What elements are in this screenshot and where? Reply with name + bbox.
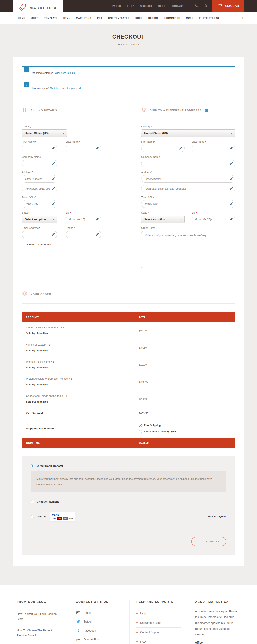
billing-phone-label: Phone — [66, 226, 74, 230]
help-link[interactable]: FAQ — [136, 637, 181, 644]
top-nav-contact[interactable]: CONTACT — [172, 5, 184, 7]
top-header: MARKETICA PAGES SHOP WISHLIST BLOG CONTA… — [0, 0, 257, 12]
notice-text: Returning customer? — [31, 72, 54, 74]
shipping-address2-input[interactable] — [141, 185, 235, 192]
social-email-link[interactable]: Email — [76, 609, 122, 617]
billing-country-select[interactable]: United States (US) — [22, 129, 67, 137]
shipping-town-input[interactable] — [141, 200, 235, 208]
blog-link[interactable]: How To Choose The Perfect Fashion Store? — [17, 625, 62, 641]
billing-address-label: Address — [22, 171, 32, 174]
billing-state-select[interactable]: Select an option... — [22, 216, 57, 223]
radio-icon[interactable] — [139, 430, 142, 433]
product-name: Proton Absolute Wordpress Themes × 1 — [26, 377, 139, 380]
cart-button[interactable]: $653.50 — [212, 0, 244, 12]
shipping-column: SHIP TO A DIFFERENT ADDRESS? Country* Un… — [141, 101, 235, 274]
footer-connect-column: CONNECT WITH US Email Twitter f Facebook… — [69, 600, 129, 644]
bullet-icon — [136, 632, 138, 633]
radio-icon[interactable] — [31, 515, 34, 518]
paypal-logo: PayPal — [52, 514, 59, 516]
billing-address2-input[interactable] — [22, 185, 57, 192]
billing-email-input[interactable] — [22, 231, 57, 238]
shipping-option-label: International Delivery: $5.90 — [144, 430, 177, 433]
layers-icon — [22, 291, 27, 297]
top-navigation: PAGES SHOP WISHLIST BLOG CONTACT — [112, 0, 184, 12]
breadcrumb-home[interactable]: Home — [118, 43, 124, 46]
radio-selected-icon[interactable] — [139, 424, 142, 427]
layers-icon — [141, 107, 146, 114]
social-googleplus-link[interactable]: g+ Google Plus — [76, 635, 122, 644]
social-twitter-link[interactable]: Twitter — [76, 617, 122, 626]
payment-method-cheque: Cheque Payment — [31, 500, 226, 504]
radio-selected-icon[interactable] — [31, 464, 34, 468]
brand-logo[interactable]: MARKETICA — [13, 0, 63, 16]
subnav-cms-templates[interactable]: CMS TEMPLATES — [108, 17, 129, 19]
billing-company-input[interactable] — [22, 160, 57, 167]
user-account-icon[interactable] — [204, 3, 209, 9]
subnav-html[interactable]: HTML — [64, 17, 70, 19]
social-facebook-link[interactable]: f Facebook — [76, 626, 122, 635]
radio-icon[interactable] — [31, 500, 34, 504]
order-notes-label: Order Notes — [141, 226, 156, 230]
shipping-company-input[interactable] — [141, 160, 235, 167]
order-notes-textarea[interactable] — [141, 231, 235, 269]
cart-subtotal-row: Cart Subtotal $653.50 — [22, 407, 235, 420]
shipping-option-label: Free Shipping — [144, 424, 160, 427]
bullet-icon — [136, 622, 138, 623]
login-link[interactable]: Click here to login — [55, 72, 75, 74]
billing-phone-input[interactable] — [66, 231, 101, 238]
facebook-icon: f — [76, 628, 80, 632]
discover-card-icon: DISCOVER — [68, 517, 73, 520]
footer: FROM OUR BLOG How To Start Your Own Fash… — [0, 585, 257, 644]
product-name: iPhone 5s with Headphones Jack × 1 — [26, 326, 139, 329]
payment-method-bank-transfer: Direct Bank Transfer — [31, 464, 226, 468]
subnav-ecommerce[interactable]: ECOMMERCE — [164, 17, 180, 19]
subnav-shop[interactable]: SHOP — [31, 17, 38, 19]
cart-total: $653.50 — [225, 4, 239, 8]
shipping-state-select[interactable]: Select an option... — [141, 216, 184, 223]
shipping-last-name-input[interactable] — [192, 145, 235, 152]
top-nav-wishlist[interactable]: WISHLIST — [140, 5, 152, 7]
help-link[interactable]: Contact Support — [136, 628, 181, 637]
top-nav-blog[interactable]: BLOG — [158, 5, 166, 7]
shipping-country-select[interactable]: United States (US) — [141, 129, 235, 137]
shipping-first-name-input[interactable] — [141, 145, 184, 152]
shipping-street-address-input[interactable] — [141, 175, 235, 182]
billing-town-input[interactable] — [22, 200, 57, 208]
ship-different-checkbox[interactable] — [204, 109, 208, 112]
product-vendor: Sold by: John Doe — [26, 332, 139, 335]
billing-zip-input[interactable] — [66, 216, 101, 223]
your-order-section: YOUR ORDER PRODUCT TOTAL iPhone 5s with … — [22, 285, 235, 448]
billing-street-address-input[interactable] — [22, 175, 57, 182]
subnav-design[interactable]: DESIGN — [148, 17, 158, 19]
what-is-paypal-link[interactable]: What is PayPal? — [208, 515, 226, 518]
subnav-home[interactable]: HOME — [18, 17, 26, 19]
create-account-checkbox[interactable] — [22, 243, 25, 246]
subnav-photo-stocks[interactable]: PHOTO STOCKS — [199, 17, 219, 19]
info-icon: i — [24, 82, 29, 87]
visa-card-icon: VISA — [52, 517, 57, 520]
help-link[interactable]: Knowladge Base — [136, 618, 181, 628]
blog-link[interactable]: How To Start Your Own Fashion Store? — [17, 609, 62, 625]
create-account-row: Create an account? — [22, 243, 124, 246]
subnav-template[interactable]: TEMPLATE — [44, 17, 58, 19]
billing-country-label: Country — [22, 125, 31, 128]
blog-link[interactable]: What is So Alluring About Celebrity Fash… — [17, 641, 62, 644]
place-order-button[interactable]: PLACE ORDER — [191, 537, 226, 546]
subnav-code[interactable]: CODE — [135, 17, 142, 19]
subnav-marketing[interactable]: MARKETING — [76, 17, 91, 19]
subnav-muse[interactable]: MUSE — [186, 17, 193, 19]
breadcrumb-separator: › — [126, 43, 127, 46]
coupon-link[interactable]: Click here to enter your code — [50, 87, 82, 90]
coupon-notice: i Have a coupon? Click here to enter you… — [22, 82, 235, 94]
shipping-zip-input[interactable] — [192, 216, 235, 223]
subnav-more-icon[interactable]: » — [241, 17, 244, 19]
billing-first-name-input[interactable] — [22, 145, 57, 152]
top-nav-pages[interactable]: PAGES — [112, 5, 121, 7]
top-nav-shop[interactable]: SHOP — [127, 5, 134, 7]
footer-blog-column: FROM OUR BLOG How To Start Your Own Fash… — [10, 600, 69, 644]
subnav-psd[interactable]: PSD — [97, 17, 102, 19]
search-icon[interactable] — [195, 3, 200, 9]
help-link[interactable]: Help — [136, 609, 181, 618]
checkout-card: i Returning customer? Click here to logi… — [13, 57, 244, 566]
billing-last-name-input[interactable] — [66, 145, 101, 152]
